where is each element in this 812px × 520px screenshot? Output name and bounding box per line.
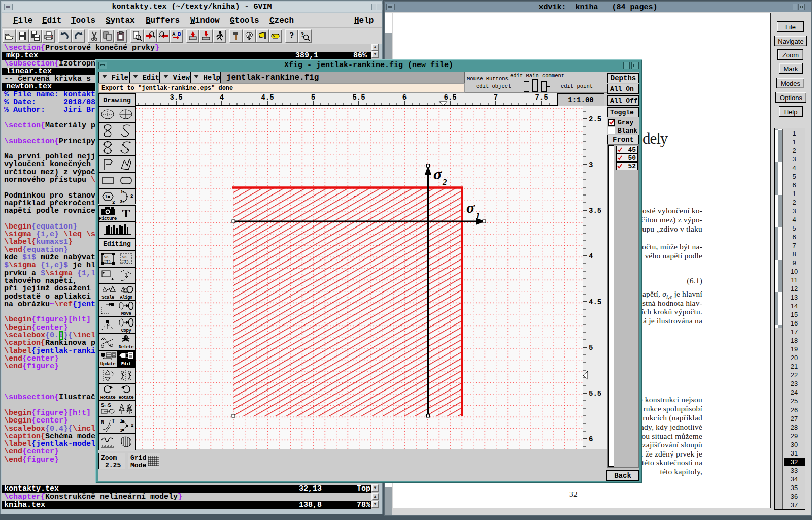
svg-text:5: 5	[589, 344, 593, 352]
svg-text:□T): □T)	[104, 259, 111, 264]
svg-text:6.5: 6.5	[444, 93, 456, 102]
svg-text:1: 1	[476, 211, 480, 220]
svg-text:3.5: 3.5	[589, 207, 601, 215]
svg-text:2: 2	[130, 194, 133, 199]
svg-text:T: T	[112, 418, 115, 424]
svg-text:3: 3	[120, 200, 122, 204]
svg-text:3: 3	[589, 161, 593, 169]
svg-text:S↔S: S↔S	[101, 402, 111, 408]
svg-text:2: 2	[112, 200, 115, 204]
svg-text:2.5: 2.5	[589, 115, 601, 123]
svg-text:4.5: 4.5	[589, 298, 601, 306]
svg-text:σ: σ	[466, 199, 475, 216]
svg-text:1■: 1■	[105, 194, 110, 200]
svg-text:B: B	[178, 31, 181, 37]
svg-text:3: 3	[120, 428, 122, 433]
svg-text:5: 5	[311, 93, 315, 102]
svg-text:6: 6	[589, 435, 593, 443]
svg-text:□T): □T)	[122, 259, 129, 264]
svg-text:5.5: 5.5	[589, 389, 601, 398]
svg-text:2: 2	[131, 423, 133, 428]
svg-text:4: 4	[589, 252, 593, 261]
svg-text:A: A	[172, 31, 176, 37]
svg-text:3.5: 3.5	[170, 93, 182, 102]
svg-text:7.5: 7.5	[535, 93, 548, 102]
svg-text:2: 2	[442, 177, 447, 187]
svg-text:4: 4	[220, 93, 224, 102]
svg-text:σ: σ	[433, 166, 442, 182]
svg-text:6: 6	[402, 93, 407, 102]
svg-text:N: N	[101, 419, 104, 425]
svg-text:5.5: 5.5	[352, 93, 365, 102]
svg-text:4.5: 4.5	[261, 93, 274, 102]
svg-text:7: 7	[494, 93, 498, 102]
